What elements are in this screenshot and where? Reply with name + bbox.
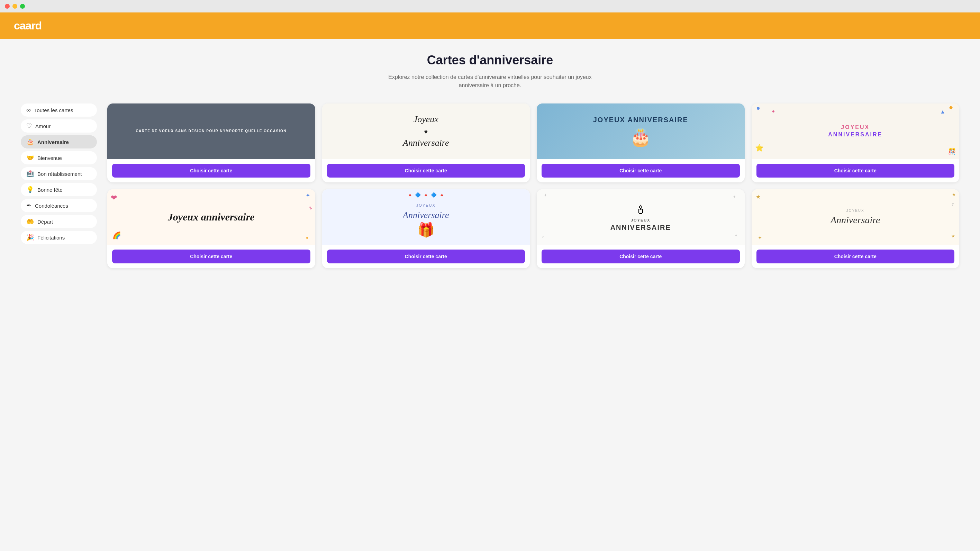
card-2-image: Joyeux ♥ Anniversaire xyxy=(322,104,530,159)
dot-deco: • xyxy=(306,235,308,242)
lightbulb-icon: 💡 xyxy=(26,186,34,193)
sidebar-label-bonne-fete: Bonne fête xyxy=(37,187,63,193)
sidebar-label-felicitations: Félicitations xyxy=(37,235,65,240)
card-5-btn-area: Choisir cette carte xyxy=(107,245,315,268)
page-content: Cartes d'anniversaire Explorez notre col… xyxy=(0,39,980,551)
card-2-choose-button[interactable]: Choisir cette carte xyxy=(327,164,525,178)
sidebar: ∞ Toutes les cartes ♡ Amour 🎂 Anniversai… xyxy=(21,104,97,268)
card-8-btn-area: Choisir cette carte xyxy=(752,245,959,268)
greek-letter: Σ xyxy=(952,203,954,207)
card-2: Joyeux ♥ Anniversaire Choisir cette cart… xyxy=(322,104,530,182)
card-5: ❤ ✦ • 🌈 ∿ Joyeux anniversaire Choisir ce… xyxy=(107,190,315,268)
deco-scatter-3: ○ xyxy=(542,235,544,239)
gold-star-3: ✦ xyxy=(758,235,762,240)
infinity-icon: ∞ xyxy=(26,107,31,113)
main-layout: ∞ Toutes les cartes ♡ Amour 🎂 Anniversai… xyxy=(21,104,959,268)
card-7-image: ✦ ✦ ○ ✦ 🕯 JOYEUX ANNIVERSAIRE xyxy=(537,190,745,245)
card-8: ★ ★ ✦ Σ ★ JOYEUX Anniversaire Choisir ce… xyxy=(752,190,959,268)
card-2-text: Joyeux ♥ Anniversaire xyxy=(403,113,449,148)
pen-icon: ✒ xyxy=(26,202,32,209)
card-8-text-top: JOYEUX xyxy=(846,209,864,212)
card-6-design: JOYEUX Anniversaire 🎁 xyxy=(403,203,449,238)
header: caard xyxy=(0,13,980,39)
card-1-design: CARTE DE VOEUX SANS DESIGN POUR N'IMPORT… xyxy=(107,104,315,159)
card-5-text: Joyeux anniversaire xyxy=(168,211,255,223)
confetti-3 xyxy=(949,106,953,110)
card-3-image: JOYEUX ANNIVERSAIRE 🎂 xyxy=(537,104,745,159)
card-1: CARTE DE VOEUX SANS DESIGN POUR N'IMPORT… xyxy=(107,104,315,182)
card-2-design: Joyeux ♥ Anniversaire xyxy=(399,110,452,152)
card-6-text-main: Anniversaire xyxy=(403,210,449,220)
sidebar-label-anniversaire: Anniversaire xyxy=(37,139,69,145)
sidebar-label-condoleances: Condoléances xyxy=(35,203,68,209)
sidebar-item-condoleances[interactable]: ✒ Condoléances xyxy=(21,199,97,212)
minimize-button[interactable] xyxy=(13,4,17,9)
window-chrome xyxy=(0,0,980,13)
card-5-choose-button[interactable]: Choisir cette carte xyxy=(112,250,310,263)
deco-scatter-1: ✦ xyxy=(544,193,547,197)
page-subtitle: Explorez notre collection de cartes d'an… xyxy=(386,73,594,90)
deco-scatter-4: ✦ xyxy=(734,233,738,238)
sidebar-label-depart: Départ xyxy=(37,219,53,225)
sidebar-label-toutes: Toutes les cartes xyxy=(34,107,73,113)
card-8-choose-button[interactable]: Choisir cette carte xyxy=(756,250,955,263)
sparkle-deco: ✦ xyxy=(305,192,310,199)
card-7-design: 🕯 JOYEUX ANNIVERSAIRE xyxy=(537,190,745,245)
card-3: JOYEUX ANNIVERSAIRE 🎂 Choisir cette cart… xyxy=(537,104,745,182)
card-7-text-main: ANNIVERSAIRE xyxy=(611,224,671,231)
heart-deco: ❤ xyxy=(111,193,117,202)
card-7-text-top: JOYEUX xyxy=(631,218,651,222)
gold-star-1: ★ xyxy=(756,193,760,200)
sidebar-label-bon-retablissement: Bon rétablissement xyxy=(37,171,82,177)
card-5-image: ❤ ✦ • 🌈 ∿ Joyeux anniversaire xyxy=(107,190,315,245)
celebrate-icon: 🎉 xyxy=(26,234,34,240)
card-4-choose-button[interactable]: Choisir cette carte xyxy=(756,164,955,178)
card-6-choose-button[interactable]: Choisir cette carte xyxy=(327,250,525,263)
sidebar-item-bonne-fete[interactable]: 💡 Bonne fête xyxy=(21,183,97,196)
card-8-design: JOYEUX Anniversaire xyxy=(752,190,959,245)
card-1-choose-button[interactable]: Choisir cette carte xyxy=(112,164,310,178)
card-3-choose-button[interactable]: Choisir cette carte xyxy=(542,164,740,178)
card-7-candle: 🕯 xyxy=(635,203,647,217)
maximize-button[interactable] xyxy=(20,4,25,9)
sidebar-item-bon-retablissement[interactable]: 🏥 Bon rétablissement xyxy=(21,167,97,180)
sidebar-item-amour[interactable]: ♡ Amour xyxy=(21,119,97,132)
card-3-btn-area: Choisir cette carte xyxy=(537,159,745,182)
card-2-btn-area: Choisir cette carte xyxy=(322,159,530,182)
card-3-text: JOYEUX ANNIVERSAIRE xyxy=(593,115,688,124)
hospital-icon: 🏥 xyxy=(26,170,34,177)
cake-icon: 🎂 xyxy=(26,139,34,145)
gold-star-2: ★ xyxy=(952,192,956,197)
sidebar-label-amour: Amour xyxy=(35,123,51,129)
card-6-text-top: JOYEUX xyxy=(416,203,436,207)
card-7-choose-button[interactable]: Choisir cette carte xyxy=(542,250,740,263)
card-6: 🔺🔷🔺🔷🔺 JOYEUX Anniversaire 🎁 Choisir cett… xyxy=(322,190,530,268)
triangle-1: ▲ xyxy=(940,109,945,115)
card-7-btn-area: Choisir cette carte xyxy=(537,245,745,268)
card-4-btn-area: Choisir cette carte xyxy=(752,159,959,182)
card-3-design: JOYEUX ANNIVERSAIRE 🎂 xyxy=(537,104,745,159)
sidebar-item-depart[interactable]: 🤲 Départ xyxy=(21,215,97,228)
star-1: ⭐ xyxy=(755,143,764,152)
card-1-text: CARTE DE VOEUX SANS DESIGN POUR N'IMPORT… xyxy=(136,128,286,134)
confetti-2 xyxy=(772,110,775,113)
gold-star-4: ★ xyxy=(951,234,955,239)
rainbow-deco: 🌈 xyxy=(113,231,121,239)
card-4-design: JOYEUX ANNIVERSAIRE xyxy=(828,124,882,139)
close-button[interactable] xyxy=(5,4,10,9)
sidebar-item-felicitations[interactable]: 🎉 Félicitations xyxy=(21,231,97,244)
decor-1: 🎊 xyxy=(948,148,956,155)
cards-grid: CARTE DE VOEUX SANS DESIGN POUR N'IMPORT… xyxy=(107,104,959,268)
card-1-btn-area: Choisir cette carte xyxy=(107,159,315,182)
deco-scatter-2: ✦ xyxy=(733,194,736,199)
card-4-text-bottom: ANNIVERSAIRE xyxy=(828,131,882,139)
confetti-1 xyxy=(757,107,760,110)
sidebar-item-bienvenue[interactable]: 🤝 Bienvenue xyxy=(21,151,97,164)
logo[interactable]: caard xyxy=(14,19,966,32)
handshake-icon: 🤝 xyxy=(26,155,34,161)
sidebar-item-anniversaire[interactable]: 🎂 Anniversaire xyxy=(21,135,97,148)
card-6-image: 🔺🔷🔺🔷🔺 JOYEUX Anniversaire 🎁 xyxy=(322,190,530,245)
card-1-image: CARTE DE VOEUX SANS DESIGN POUR N'IMPORT… xyxy=(107,104,315,159)
card-7: ✦ ✦ ○ ✦ 🕯 JOYEUX ANNIVERSAIRE Choisir ce… xyxy=(537,190,745,268)
sidebar-item-toutes[interactable]: ∞ Toutes les cartes xyxy=(21,104,97,117)
